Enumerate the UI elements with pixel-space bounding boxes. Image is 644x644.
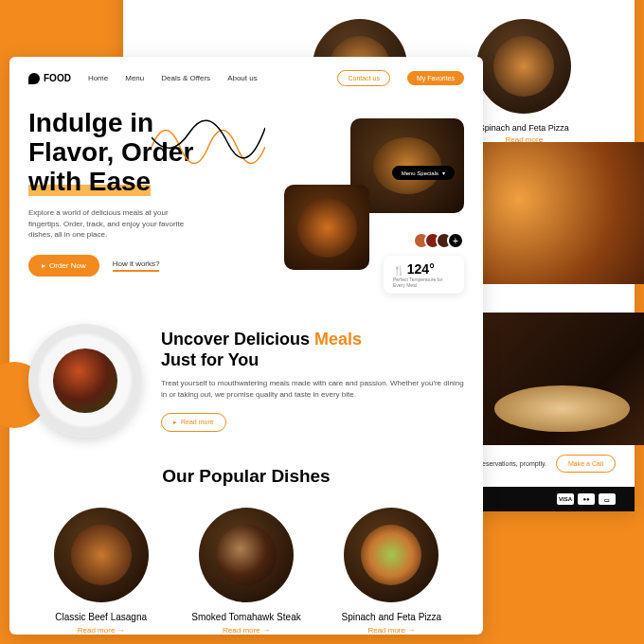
menu-specials-pill[interactable]: Menu Specials	[392, 166, 455, 180]
hero-food-image-2	[284, 185, 369, 270]
payment-icons: VISA ●● ▭	[557, 493, 616, 505]
nav-deals[interactable]: Deals & Offers	[161, 74, 210, 82]
hero-images: Menu Specials + 124° Perfect Temperature…	[284, 109, 464, 277]
hero-description: Explore a world of delicious meals at yo…	[28, 207, 199, 240]
hero-section: Indulge in Flavor, Order with Ease Explo…	[9, 99, 483, 305]
card-icon: ▭	[599, 493, 616, 505]
popular-dishes-section: Our Popular Dishes Classic Beef Lasagna …	[9, 456, 483, 644]
read-more-link[interactable]: Read more	[185, 626, 308, 635]
nav-home[interactable]: Home	[88, 74, 108, 82]
order-now-button[interactable]: Order Now	[28, 255, 99, 277]
stat-label: Perfect Temperature for Every Meal	[393, 277, 455, 288]
stat-number: 124°	[393, 261, 455, 277]
visa-icon: VISA	[557, 493, 574, 505]
squiggle-decoration	[152, 109, 265, 166]
dish-image	[344, 508, 438, 602]
dish-pizza[interactable]: Spinach and Feta Pizza Read more	[330, 508, 453, 635]
mastercard-icon: ●●	[578, 493, 595, 505]
dish-image	[54, 508, 149, 602]
front-page: FOOD Home Menu Deals & Offers About us C…	[9, 57, 483, 635]
how-it-works-link[interactable]: How it works?	[113, 259, 160, 272]
read-more-link[interactable]: Read more	[330, 626, 453, 635]
nav-about[interactable]: About us	[227, 74, 258, 82]
dish-image	[199, 508, 294, 602]
read-more-button[interactable]: Read more	[161, 413, 226, 432]
plus-icon[interactable]: +	[447, 232, 464, 249]
navbar: FOOD Home Menu Deals & Offers About us C…	[9, 57, 483, 99]
avatar-stack: +	[419, 232, 464, 249]
meals-title: Uncover Delicious MealsJust for You	[161, 330, 464, 370]
favorites-button[interactable]: My Favorites	[407, 71, 464, 85]
meals-description: Treat yourself to mouthwatering meals ma…	[161, 378, 464, 399]
stat-card: 124° Perfect Temperature for Every Meal	[384, 256, 464, 294]
contact-button[interactable]: Contact us	[337, 70, 389, 86]
dish-image	[476, 19, 571, 114]
dish-lasagna[interactable]: Classic Beef Lasagna Read more	[40, 508, 163, 635]
make-call-button[interactable]: Make a Call	[556, 455, 616, 473]
dish-name: Smoked Tomahawk Steak	[185, 612, 308, 622]
brand-text: FOOD	[44, 73, 71, 83]
popular-dishes-title: Our Popular Dishes	[28, 466, 464, 487]
dish-steak[interactable]: Smoked Tomahawk Steak Read more	[185, 508, 308, 635]
nav-menu[interactable]: Menu	[125, 74, 144, 82]
meals-section: Uncover Delicious MealsJust for You Trea…	[9, 305, 483, 456]
read-more-link[interactable]: Read more	[40, 626, 163, 635]
dish-name: Spinach and Feta Pizza	[330, 612, 453, 622]
logo[interactable]: FOOD	[28, 73, 71, 84]
logo-icon	[28, 73, 40, 84]
dish-name: Classic Beef Lasagna	[40, 612, 163, 622]
plate-image	[28, 324, 142, 438]
